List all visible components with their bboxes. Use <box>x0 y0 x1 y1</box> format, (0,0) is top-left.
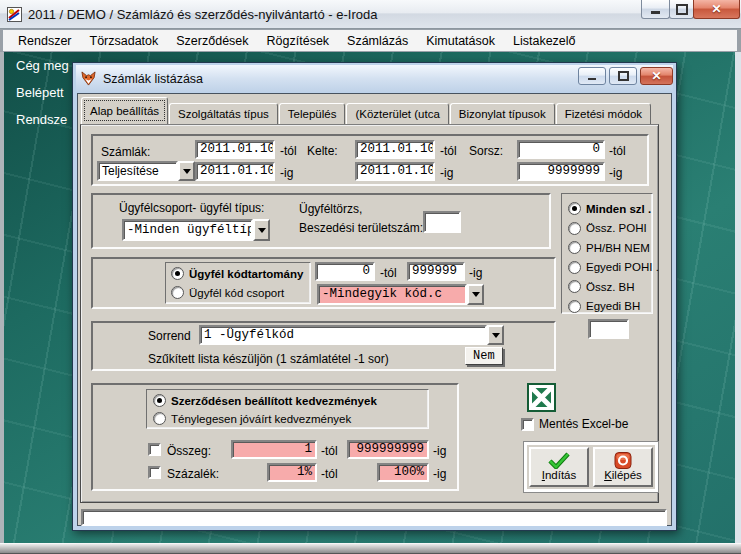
sorrend-label: Sorrend <box>148 329 191 343</box>
chevron-down-icon <box>183 169 191 174</box>
menu-listakezelo[interactable]: Listakezelő <box>504 32 585 50</box>
client-code-radio-box: Ügyfél kódtartomány Ügyfél kód csoport <box>165 262 311 304</box>
discount-actual-option[interactable]: Ténylegesen jóváírt kedvezmények <box>153 412 351 425</box>
szamlak-date-from-field[interactable]: 2011.01.10 <box>195 140 275 159</box>
client-code-range-option[interactable]: Ügyfél kódtartomány <box>171 267 303 280</box>
scope-option-ossz-pohi[interactable]: Össz. POHI <box>568 222 652 235</box>
radio-icon <box>568 222 581 235</box>
main-titlebar: 2011 / DEMO / Számlázó és szerződés-nyil… <box>0 0 741 29</box>
client-code-from-field[interactable]: 0 <box>315 262 375 281</box>
radio-icon <box>568 202 581 215</box>
radio-icon <box>171 267 184 280</box>
menubar: Rendszer Törzsadatok Szerződések Rögzíté… <box>2 29 738 52</box>
scope-option-ossz-bh[interactable]: Össz. BH <box>568 280 652 293</box>
close-icon: ✕ <box>711 3 721 15</box>
suffix-from-label: -tól <box>609 144 626 158</box>
scope-option-egyedi-pohi[interactable]: Egyedi POHI . <box>568 261 652 274</box>
szazalek-to-field[interactable]: 100% <box>377 463 429 482</box>
scope-option-minden-szl[interactable]: Minden szl . <box>568 202 652 215</box>
tab-fizetesi-modok[interactable]: Fizetési módok <box>556 103 651 124</box>
tab-telepules[interactable]: Település <box>279 103 346 124</box>
excel-export-option[interactable]: Mentés Excel-be <box>521 417 628 431</box>
osszeg-to-field[interactable]: 999999999 <box>347 440 429 459</box>
maximize-button[interactable] <box>669 0 694 19</box>
dialog-status-strip <box>81 509 667 526</box>
code-group-dropdown[interactable]: -Mindegyik kód.c <box>317 284 484 305</box>
close-button[interactable]: ✕ <box>693 0 740 19</box>
chevron-down-icon <box>472 292 480 297</box>
scope-option-phbh-nem[interactable]: PH/BH NEM <box>568 241 652 254</box>
group-client-code: Ügyfél kódtartomány Ügyfél kód csoport 0… <box>91 257 556 309</box>
dialog-maximize-button[interactable] <box>609 67 637 85</box>
action-button-panel: Indítás Kilépés <box>523 441 659 493</box>
menu-szamlazas[interactable]: Számlázás <box>338 32 417 50</box>
menu-szerzodesek[interactable]: Szerződések <box>167 32 257 50</box>
szazalek-checkbox[interactable] <box>148 466 161 479</box>
szazalek-from-field[interactable]: 1% <box>267 463 317 482</box>
invoice-mode-dropdown[interactable]: Teljesítése <box>97 161 195 181</box>
discount-actual-label: Ténylegesen jóváírt kedvezmények <box>171 413 351 425</box>
discount-radio-box: Szerződésen beállított kedvezmények Tény… <box>146 389 429 429</box>
menu-torzsadatok[interactable]: Törzsadatok <box>81 32 168 50</box>
scope-option-egyedi-bh[interactable]: Egyedi BH <box>568 300 652 313</box>
dialog-minimize-button[interactable] <box>578 67 606 85</box>
suffix-from-label: -tól <box>280 144 297 158</box>
menu-rendszer[interactable]: Rendszer <box>9 32 81 50</box>
app-icon <box>7 7 22 22</box>
group-invoice-dates: Számlák: 2011.01.10 -tól Kelte: 2011.01.… <box>91 134 649 186</box>
client-type-dropdown[interactable]: -Minden ügyféltíp <box>122 219 270 241</box>
discount-contract-label: Szerződésen beállított kedvezmények <box>171 395 377 407</box>
scope-option-label: Össz. BH <box>586 281 635 293</box>
menu-kimutatasok[interactable]: Kimutatások <box>417 32 504 50</box>
suffix-to-label: -ig <box>433 467 446 481</box>
kilepes-button[interactable]: Kilépés <box>593 447 653 487</box>
menu-rogzitesek[interactable]: Rögzítések <box>258 32 339 50</box>
maximize-icon <box>618 71 629 81</box>
szazalek-label: Százalék: <box>167 467 219 481</box>
client-code-group-option[interactable]: Ügyfél kód csoport <box>171 286 284 299</box>
tab-bar: Alap beállítás Szolgáltatás típus Telepü… <box>81 97 652 124</box>
code-group-value: -Mindegyik kód.c <box>317 284 467 305</box>
scope-extra-field[interactable] <box>588 319 629 339</box>
group-discounts: Szerződésen beállított kedvezmények Tény… <box>91 383 459 491</box>
dropdown-arrow-button[interactable] <box>178 161 195 181</box>
bg-label-ceg: Cég meg <box>16 58 69 73</box>
dropdown-arrow-button[interactable] <box>487 325 504 345</box>
close-icon: ✕ <box>651 70 661 82</box>
sorsz-to-field[interactable]: 9999999 <box>517 162 605 181</box>
scope-option-label: Minden szl . <box>586 203 651 215</box>
szamlak-date-to-field[interactable]: 2011.01.10 <box>195 162 275 181</box>
kelte-date-from-field[interactable]: 2011.01.10 <box>355 140 435 159</box>
radio-icon <box>568 300 581 313</box>
suffix-to-label: -ig <box>433 444 446 458</box>
tab-szolgaltatas-tipus[interactable]: Szolgáltatás típus <box>169 103 278 124</box>
inditas-button[interactable]: Indítás <box>529 447 589 487</box>
kelte-date-to-field[interactable]: 2011.01.10 <box>355 162 435 181</box>
dialog-close-button[interactable]: ✕ <box>640 67 673 85</box>
main-statusbar <box>0 543 741 554</box>
excel-export-checkbox[interactable] <box>521 418 534 431</box>
radio-icon <box>568 280 581 293</box>
dropdown-arrow-button[interactable] <box>467 284 484 305</box>
group-scope: Minden szl . Össz. POHI PH/BH NEM Egyedi… <box>561 193 653 314</box>
order-dropdown[interactable]: 1 -Ügyfélkód <box>199 325 504 345</box>
dropdown-arrow-button[interactable] <box>253 219 270 241</box>
radio-icon <box>171 286 184 299</box>
sorsz-from-field[interactable]: 0 <box>517 140 605 159</box>
dialog-szamlak-listazasa: Számlák listázása ✕ Alap beállítás Szolg… <box>72 62 677 531</box>
chevron-down-icon <box>492 333 500 338</box>
client-code-to-field[interactable]: 999999 <box>407 262 465 281</box>
suffix-from-label: -tól <box>440 144 457 158</box>
discount-contract-option[interactable]: Szerződésen beállított kedvezmények <box>153 394 377 407</box>
tab-kozterulet[interactable]: (Közterület (utca <box>346 103 448 124</box>
tab-bizonylat-tipusok[interactable]: Bizonylat típusok <box>450 103 555 124</box>
sorsz-label: Sorsz: <box>469 144 503 158</box>
minimize-button[interactable] <box>641 0 670 19</box>
kilepes-label: Kilépés <box>604 470 642 482</box>
tab-alap-beallitas[interactable]: Alap beállítás <box>81 97 168 124</box>
nem-toggle-button[interactable]: Nem <box>465 347 503 365</box>
osszeg-from-field[interactable]: 1 <box>231 440 317 459</box>
osszeg-checkbox[interactable] <box>148 443 161 456</box>
narrow-list-label: Szűkített lista készüljön (1 számlatétel… <box>148 352 389 366</box>
territory-field[interactable] <box>423 211 461 233</box>
